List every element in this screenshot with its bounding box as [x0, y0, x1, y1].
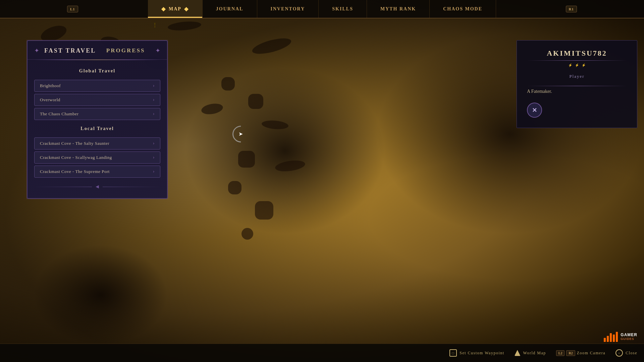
panel-title-group: ✦ Fast Travel [34, 47, 96, 54]
travel-btn-supreme-port[interactable]: Crackmast Cove - The Supreme Port › [34, 166, 160, 178]
deco-line-right [103, 187, 160, 187]
deco-line-left [34, 187, 92, 187]
deco-arrow-left: ◄ [95, 184, 100, 190]
travel-btn-chaos-chamber-arrow: › [153, 111, 155, 117]
player-cursor: ➤ [231, 125, 250, 143]
map-terrain-3 [167, 20, 202, 32]
zoom-control: L2 R2 Zoom Camera [556, 350, 605, 356]
player-divider-top [527, 60, 627, 61]
close-button[interactable]: ✕ [527, 103, 542, 118]
waypoint-button-icon: □ [449, 349, 457, 357]
nav-tab-skills-label: SKILLS [332, 6, 353, 12]
map-terrain-11 [274, 159, 306, 173]
travel-btn-overworld-arrow: › [153, 97, 155, 103]
nav-tabs: ◆ MAP ◆ JOURNAL INVENTORY SKILLS MYTH RA… [148, 0, 496, 18]
close-map-icon: ○ [615, 349, 623, 357]
nav-tab-myth-rank-label: MYTH RANK [380, 6, 416, 12]
map-dark-region-3 [34, 245, 168, 345]
local-travel-header: Local Travel [28, 123, 167, 135]
gg-bar-3 [610, 333, 612, 342]
nav-tab-inventory-label: INVENTORY [271, 6, 305, 12]
world-map-button[interactable]: World Map [515, 350, 546, 356]
player-fancy-divider: ⚡ ⚡ ⚡ [527, 63, 627, 67]
travel-btn-chaos-chamber-label: The Chaos Chamber [40, 111, 78, 117]
travel-btn-overworld[interactable]: Overworld › [34, 94, 160, 106]
nav-tab-inventory[interactable]: INVENTORY [257, 0, 319, 18]
travel-btn-scallywag-landing[interactable]: Crackmast Cove - Scallywag Landing › [34, 152, 160, 164]
waypoint-button[interactable]: □ Set Custom Waypoint [449, 349, 504, 357]
nav-l1-button[interactable]: L1 [67, 6, 78, 12]
gamer-guides-text: GAMER GUIDES [621, 333, 637, 341]
top-nav-bar: L1 ◆ MAP ◆ JOURNAL INVENTORY SKILLS MYTH… [0, 0, 644, 18]
close-map-button[interactable]: ○ Close [615, 349, 637, 357]
travel-btn-brighthoof[interactable]: Brighthoof › [34, 80, 160, 92]
travel-btn-supreme-port-arrow: › [153, 169, 155, 174]
map-warning-marker: ! [154, 21, 156, 29]
map-terrain-9 [261, 120, 289, 130]
gamer-guides-title: GAMER [621, 333, 637, 337]
map-terrain-8 [248, 94, 263, 109]
waypoint-label: Set Custom Waypoint [460, 351, 504, 356]
travel-btn-brighthoof-arrow: › [153, 83, 155, 88]
map-terrain-12 [228, 181, 241, 194]
travel-btn-chaos-chamber[interactable]: The Chaos Chamber › [34, 108, 160, 120]
gg-bar-4 [613, 335, 615, 342]
panel-decorative-line [34, 60, 160, 60]
bottom-action-bar: □ Set Custom Waypoint World Map L2 R2 Zo… [0, 344, 644, 362]
player-role: Player [527, 74, 627, 79]
player-info-panel: Akimitsu782 ⚡ ⚡ ⚡ Player A Fatemaker. ✕ [517, 40, 637, 128]
nav-tab-myth-rank[interactable]: MYTH RANK [367, 0, 430, 18]
cursor-arrow-icon: ➤ [238, 131, 243, 137]
map-terrain-6 [221, 77, 235, 90]
nav-tab-journal-label: JOURNAL [216, 6, 244, 12]
global-travel-header: Global Travel [28, 65, 167, 78]
panel-bottom-decoration: ◄ [28, 180, 167, 191]
map-terrain-14 [241, 228, 253, 240]
zoom-l2-badge[interactable]: L2 [556, 350, 565, 356]
fast-travel-panel: ✦ Fast Travel Progress ✦ Global Travel B… [27, 40, 168, 199]
map-terrain-10 [238, 151, 255, 168]
nav-diamond-right: ◆ [184, 6, 189, 12]
travel-btn-scallywag-landing-label: Crackmast Cove - Scallywag Landing [40, 155, 112, 160]
travel-btn-scallywag-landing-arrow: › [153, 155, 155, 160]
gg-bar-1 [604, 338, 606, 342]
nav-tab-journal[interactable]: JOURNAL [203, 0, 257, 18]
gg-bar-5 [616, 332, 618, 342]
nav-tab-map[interactable]: ◆ MAP ◆ [148, 0, 203, 18]
player-description: A Fatemaker. [527, 89, 627, 94]
travel-btn-salty-saunter-label: Crackmast Cove - The Salty Saunter [40, 141, 109, 146]
panel-deco-left: ✦ [34, 47, 39, 54]
fast-travel-title: Fast Travel [44, 47, 96, 54]
zoom-r2-badge[interactable]: R2 [566, 350, 575, 356]
close-map-label: Close [626, 351, 637, 356]
gamer-guides-subtitle: GUIDES [621, 337, 637, 341]
world-map-button-icon [515, 350, 521, 356]
nav-diamond-left: ◆ [161, 6, 166, 12]
gg-bar-2 [607, 336, 609, 342]
gamer-guides-logo: GAMER GUIDES [604, 331, 637, 342]
travel-btn-overworld-label: Overworld [40, 97, 60, 103]
nav-tab-chaos-mode-label: CHAOS MODE [443, 6, 482, 12]
map-terrain-7 [201, 102, 224, 116]
zoom-label: Zoom Camera [577, 351, 605, 356]
nav-tab-chaos-mode[interactable]: CHAOS MODE [430, 0, 496, 18]
travel-btn-brighthoof-label: Brighthoof [40, 83, 61, 88]
close-icon: ✕ [532, 107, 537, 114]
panel-deco-right: ✦ [155, 47, 160, 54]
player-divider-bottom [527, 86, 627, 86]
gamer-guides-bars [604, 331, 618, 342]
map-dark-region-1 [184, 67, 386, 235]
travel-btn-supreme-port-label: Crackmast Cove - The Supreme Port [40, 169, 110, 174]
fast-travel-subtitle: Progress [106, 47, 145, 54]
player-username: Akimitsu782 [527, 49, 627, 58]
world-map-label: World Map [523, 351, 546, 356]
nav-tab-map-label: MAP [169, 6, 181, 12]
travel-btn-salty-saunter[interactable]: Crackmast Cove - The Salty Saunter › [34, 137, 160, 149]
nav-tab-skills[interactable]: SKILLS [319, 0, 367, 18]
nav-r1-button[interactable]: R1 [566, 6, 577, 12]
panel-header: ✦ Fast Travel Progress ✦ [28, 41, 167, 60]
map-terrain-15 [251, 35, 293, 57]
travel-btn-salty-saunter-arrow: › [153, 141, 155, 146]
map-terrain-13 [255, 201, 273, 220]
